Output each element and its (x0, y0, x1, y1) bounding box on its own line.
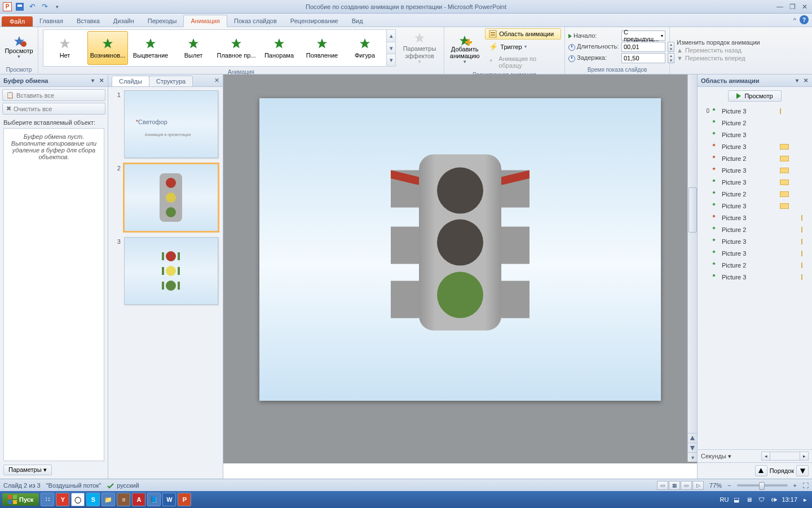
undo-button[interactable]: ↶ (27, 2, 37, 12)
move-earlier-button[interactable]: ▲Переместить назад (677, 47, 760, 54)
taskbar-item[interactable]: S (86, 493, 100, 506)
animation-item[interactable]: Picture 2 (701, 224, 809, 235)
animation-gallery[interactable]: Нет Возникнов... Выцветание Вылет Плавно… (43, 29, 396, 67)
tab-transitions[interactable]: Переходы (141, 15, 184, 27)
timeline-scroll[interactable]: ◂ ▸ (761, 452, 809, 461)
close-button[interactable]: ✕ (799, 2, 810, 11)
gallery-item-wipe[interactable]: Появление (302, 31, 342, 65)
slides-pane-close[interactable]: ✕ (214, 77, 219, 84)
gallery-item-none[interactable]: Нет (45, 31, 85, 65)
animation-item[interactable]: Picture 3 (701, 200, 809, 212)
tray-icon[interactable]: 🖥 (744, 495, 753, 504)
next-slide-button[interactable]: ⯆ (688, 443, 697, 452)
clipboard-menu[interactable]: ▾ (89, 76, 96, 84)
ribbon-minimize[interactable]: ^ (793, 17, 796, 24)
animation-item[interactable]: Picture 3 (701, 271, 809, 283)
trigger-button[interactable]: ⚡ Триггер ▾ (485, 41, 561, 52)
taskbar-item[interactable]: A (132, 493, 145, 506)
add-animation-button[interactable]: Добавить анимацию ▼ (448, 31, 482, 68)
help-button[interactable]: ? (800, 15, 809, 24)
file-tab[interactable]: Файл (2, 16, 33, 27)
zoom-value[interactable]: 77% (709, 482, 722, 489)
gallery-item-split[interactable]: Панорама (259, 31, 299, 65)
slide-thumb-2[interactable] (124, 164, 218, 231)
timeline-scroll-left[interactable]: ◂ (761, 452, 770, 461)
tab-design[interactable]: Дизайн (107, 15, 141, 27)
timeline-track[interactable] (770, 452, 800, 461)
play-animations-button[interactable]: Просмотр (728, 90, 781, 102)
tab-insert[interactable]: Вставка (70, 15, 107, 27)
taskbar-item[interactable]: ≡ (117, 493, 130, 506)
tab-view[interactable]: Вид (345, 15, 370, 27)
restore-button[interactable]: ❐ (787, 2, 798, 11)
delay-input[interactable] (621, 53, 665, 63)
zoom-out-button[interactable]: − (727, 482, 731, 489)
animation-pane-close[interactable]: ✕ (802, 76, 810, 84)
slide-indicator[interactable]: Слайд 2 из 3 (3, 482, 41, 489)
language-indicator[interactable]: русский (107, 481, 139, 489)
outline-tab[interactable]: Структура (149, 76, 193, 86)
gallery-item-appear[interactable]: Возникнов... (87, 31, 128, 65)
duration-input[interactable] (621, 42, 665, 52)
gallery-item-flyin[interactable]: Вылет (173, 31, 214, 65)
effect-options-button[interactable]: Параметры эффектов ▼ (399, 29, 440, 67)
animation-item[interactable]: Picture 3 (701, 164, 809, 176)
normal-view-button[interactable]: ▭ (657, 481, 668, 490)
vertical-scrollbar[interactable]: ⯅ ⯆ ▾ (687, 75, 697, 462)
clipboard-close[interactable]: ✕ (98, 76, 105, 84)
tab-animation[interactable]: Анимация (183, 15, 227, 27)
taskbar-item[interactable]: Y (56, 493, 69, 506)
move-later-button[interactable]: ▼Переместить вперед (677, 55, 760, 62)
gallery-item-floatin[interactable]: Плавное пр... (216, 31, 257, 65)
tab-review[interactable]: Рецензирование (284, 15, 345, 27)
animation-item[interactable]: Picture 3 (701, 212, 809, 224)
tray-icon[interactable]: ⬓ (732, 495, 741, 504)
clear-all-button[interactable]: ✖Очистить все (2, 103, 105, 115)
slideshow-view-button[interactable]: ▷ (692, 481, 704, 490)
slide-thumb-3[interactable] (124, 237, 218, 305)
animation-pane-toggle[interactable]: Область анимации (485, 28, 561, 40)
prev-slide-button[interactable]: ⯅ (688, 433, 697, 443)
animation-item[interactable]: Picture 2 (701, 117, 809, 129)
animation-item[interactable]: 0 Picture 3 (701, 105, 809, 117)
taskbar-item[interactable]: 📘 (147, 493, 161, 506)
start-button[interactable]: Пуск (2, 493, 39, 506)
zoom-in-button[interactable]: + (793, 482, 797, 489)
sorter-view-button[interactable]: ▦ (669, 481, 680, 490)
gallery-item-shape[interactable]: Фигура (345, 31, 385, 65)
preview-button[interactable]: Просмотр ▼ (3, 28, 34, 65)
animation-pane-menu[interactable]: ▾ (793, 76, 801, 84)
taskbar-item[interactable]: ◯ (71, 493, 85, 506)
animation-item[interactable]: Picture 3 (701, 235, 809, 247)
animation-item[interactable]: Picture 3 (701, 141, 809, 152)
scrollbar-thumb[interactable] (689, 187, 697, 233)
timeline-scroll-right[interactable]: ▸ (800, 452, 809, 461)
tray-icon[interactable]: 🕪 (769, 495, 778, 504)
slide-canvas[interactable] (259, 98, 661, 401)
animation-painter-button[interactable]: Анимация по образцу (485, 54, 561, 71)
fit-to-window-button[interactable]: ⛶ (802, 482, 809, 489)
taskbar-item[interactable]: W (162, 493, 176, 506)
animation-item[interactable]: Picture 3 (701, 247, 809, 259)
slide-thumb-1[interactable]: *Светофор Анимация в презентации (124, 90, 218, 158)
zoom-slider[interactable] (737, 484, 788, 487)
animation-item[interactable]: Picture 2 (701, 259, 809, 271)
redo-button[interactable]: ↷ (39, 2, 50, 12)
traffic-light[interactable] (419, 155, 501, 331)
taskbar-item[interactable]: ∷ (41, 493, 54, 506)
reorder-down-button[interactable]: ⯆ (796, 465, 809, 476)
animation-list[interactable]: 0 Picture 3 Picture 2 Picture 3 Picture … (698, 105, 812, 283)
gallery-expand[interactable]: ▾ (387, 54, 395, 66)
language-indicator[interactable]: RU (720, 496, 729, 503)
animation-item[interactable]: Picture 2 (701, 152, 809, 164)
gallery-scroll-down[interactable]: ▾ (387, 42, 395, 55)
tab-home[interactable]: Главная (33, 15, 70, 27)
slides-tab[interactable]: Слайды (112, 76, 149, 86)
slides-body[interactable]: 1 *Светофор Анимация в презентации 2✦ 3 (108, 87, 223, 479)
theme-indicator[interactable]: "Воздушный поток" (46, 482, 102, 489)
reorder-up-button[interactable]: ⯅ (755, 465, 767, 476)
clipboard-options-button[interactable]: Параметры ▾ (3, 465, 52, 475)
notes-pane[interactable] (223, 462, 697, 479)
tab-slideshow[interactable]: Показ слайдов (227, 15, 284, 27)
animation-item[interactable]: Picture 2 (701, 188, 809, 200)
